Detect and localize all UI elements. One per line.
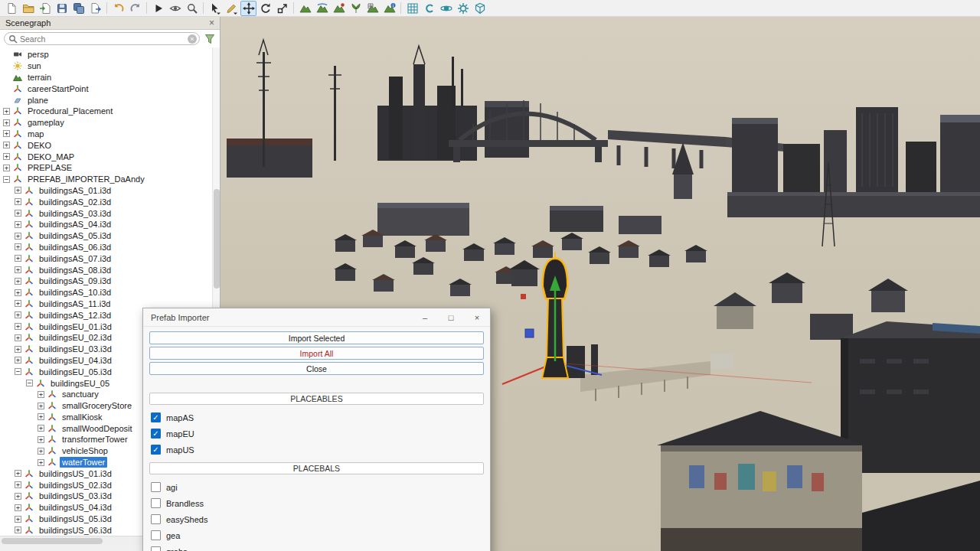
close-button[interactable]: Close xyxy=(149,362,484,375)
mapUS-checkbox-row[interactable]: mapUS xyxy=(149,442,484,458)
save-button[interactable] xyxy=(54,1,70,16)
tree-item-buildingsAS_02.i3d[interactable]: +buildingsAS_02.i3d xyxy=(0,196,220,207)
tree-item-buildingsAS_06.i3d[interactable]: +buildingsAS_06.i3d xyxy=(0,242,220,253)
Brandless-checkbox[interactable] xyxy=(151,498,161,508)
scrollbar-thumb[interactable] xyxy=(2,538,103,544)
grid-tool-button[interactable] xyxy=(404,1,420,16)
expand-icon[interactable]: + xyxy=(38,436,44,443)
new-file-button[interactable] xyxy=(3,1,19,16)
pen-tool-button[interactable] xyxy=(224,1,240,16)
redo-button[interactable] xyxy=(127,1,143,16)
tree-item-PREPLASE[interactable]: +PREPLASE xyxy=(0,162,220,174)
expand-icon[interactable]: + xyxy=(15,255,21,262)
open-folder-button[interactable] xyxy=(20,1,36,16)
tree-item-plane[interactable]: plane xyxy=(0,94,220,106)
collapse-icon[interactable]: − xyxy=(3,176,10,183)
minimize-button[interactable]: – xyxy=(412,308,438,326)
expand-icon[interactable]: + xyxy=(15,210,21,217)
tree-item-buildingsAS_08.i3d[interactable]: +buildingsAS_08.i3d xyxy=(0,264,220,276)
mapEU-checkbox-row[interactable]: mapEU xyxy=(149,425,484,442)
expand-icon[interactable]: + xyxy=(15,527,21,533)
dialog-titlebar[interactable]: Prefab Importer –□× xyxy=(143,308,490,327)
move-tool-button[interactable] xyxy=(240,1,256,16)
export-file-button[interactable] xyxy=(87,1,103,16)
expand-icon[interactable]: + xyxy=(15,278,21,285)
expand-icon[interactable]: + xyxy=(3,165,10,171)
filter-icon[interactable] xyxy=(204,33,216,45)
agi-checkbox-row[interactable]: agi xyxy=(149,479,484,495)
scale-tool-button[interactable] xyxy=(274,1,290,16)
expand-icon[interactable]: + xyxy=(15,198,21,205)
terrain-smooth-button[interactable] xyxy=(314,1,330,16)
rotate-tool-button[interactable] xyxy=(257,1,273,16)
terrain-sculpt-button[interactable] xyxy=(297,1,313,16)
play-button[interactable] xyxy=(150,1,166,16)
tree-item-buildingsAS_09.i3d[interactable]: +buildingsAS_09.i3d xyxy=(0,276,220,287)
expand-icon[interactable]: + xyxy=(38,425,44,432)
groha-checkbox[interactable] xyxy=(151,546,161,551)
eye-button[interactable] xyxy=(167,1,183,16)
tree-item-gameplay[interactable]: +gameplay xyxy=(0,117,220,129)
mapAS-checkbox-row[interactable]: mapAS xyxy=(149,409,484,425)
tree-item-buildingsAS_10.i3d[interactable]: +buildingsAS_10.i3d xyxy=(0,287,220,298)
Brandless-checkbox-row[interactable]: Brandless xyxy=(149,495,484,511)
gea-checkbox-row[interactable]: gea xyxy=(149,527,484,543)
expand-icon[interactable]: + xyxy=(38,391,44,398)
expand-icon[interactable]: + xyxy=(15,221,21,228)
agi-checkbox[interactable] xyxy=(151,482,161,492)
terrain-foliage-button[interactable] xyxy=(348,1,364,16)
placebals-section-header-bar[interactable]: PLACEBALS xyxy=(149,462,484,474)
expand-icon[interactable]: + xyxy=(15,493,21,500)
expand-icon[interactable]: + xyxy=(3,130,10,137)
expand-icon[interactable]: + xyxy=(38,413,44,420)
expand-icon[interactable]: + xyxy=(3,153,10,160)
expand-icon[interactable]: + xyxy=(15,243,21,250)
tree-item-terrain[interactable]: terrain xyxy=(0,72,220,83)
gear-tool-button[interactable] xyxy=(455,1,471,16)
collapse-icon[interactable]: − xyxy=(26,380,33,386)
mapEU-checkbox[interactable] xyxy=(151,429,161,439)
clear-search-icon[interactable]: × xyxy=(188,34,197,44)
tree-item-persp[interactable]: persp xyxy=(0,49,220,60)
collapse-icon[interactable]: − xyxy=(15,368,21,375)
tree-item-sun[interactable]: sun xyxy=(0,60,220,72)
c-tool-button[interactable] xyxy=(421,1,437,16)
tree-item-buildingsAS_07.i3d[interactable]: +buildingsAS_07.i3d xyxy=(0,253,220,264)
mapUS-checkbox[interactable] xyxy=(151,445,161,455)
expand-icon[interactable]: + xyxy=(3,119,10,126)
placeables-section-header-bar[interactable]: PLACEABLES xyxy=(149,393,484,405)
expand-icon[interactable]: + xyxy=(38,459,44,466)
import-selected-button[interactable]: Import Selected xyxy=(149,331,484,344)
expand-icon[interactable]: + xyxy=(15,516,21,523)
maximize-button[interactable]: □ xyxy=(438,308,464,326)
expand-icon[interactable]: + xyxy=(15,187,21,194)
expand-icon[interactable]: + xyxy=(38,448,44,455)
easySheds-checkbox[interactable] xyxy=(151,514,161,524)
expand-icon[interactable]: + xyxy=(15,504,21,511)
expand-icon[interactable]: + xyxy=(3,142,10,148)
tree-item-DEKO[interactable]: +DEKO xyxy=(0,139,220,151)
expand-icon[interactable]: + xyxy=(15,233,21,240)
expand-icon[interactable]: + xyxy=(38,403,44,409)
import-file-button[interactable] xyxy=(37,1,53,16)
tree-item-buildingsAS_03.i3d[interactable]: +buildingsAS_03.i3d xyxy=(0,207,220,219)
expand-icon[interactable]: + xyxy=(3,108,10,115)
import-all-button[interactable]: Import All xyxy=(149,347,484,360)
tree-item-map[interactable]: +map xyxy=(0,129,220,140)
tree-item-Procedural_Placement[interactable]: +Procedural_Placement xyxy=(0,106,220,117)
orbit-tool-button[interactable] xyxy=(438,1,454,16)
tree-item-DEKO_MAP[interactable]: +DEKO_MAP xyxy=(0,151,220,162)
tree-item-buildingsAS_01.i3d[interactable]: +buildingsAS_01.i3d xyxy=(0,185,220,197)
scrollbar-thumb[interactable] xyxy=(214,189,220,289)
mapAS-checkbox[interactable] xyxy=(151,412,161,422)
tree-item-careerStartPoint[interactable]: careerStartPoint xyxy=(0,83,220,94)
cube-tool-button[interactable] xyxy=(472,1,488,16)
expand-icon[interactable]: + xyxy=(15,300,21,307)
terrain-paint-button[interactable] xyxy=(331,1,347,16)
expand-icon[interactable]: + xyxy=(15,481,21,488)
expand-icon[interactable]: + xyxy=(15,323,21,330)
tree-item-PREFAB_IMPORTER_DaAndy[interactable]: −PREFAB_IMPORTER_DaAndy xyxy=(0,174,220,185)
cursor-select-button[interactable] xyxy=(207,1,223,16)
expand-icon[interactable]: + xyxy=(15,357,21,364)
expand-icon[interactable]: + xyxy=(15,266,21,273)
